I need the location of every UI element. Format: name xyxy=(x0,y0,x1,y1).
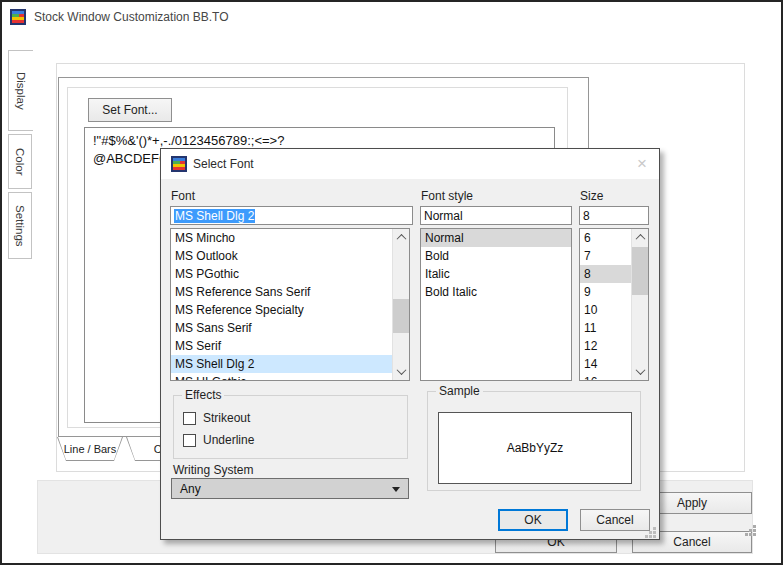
dialog-title: Select Font xyxy=(193,157,254,171)
size-input[interactable]: 8 xyxy=(579,206,649,225)
dialog-titlebar: Select Font × xyxy=(161,149,659,179)
size-input-value: 8 xyxy=(583,209,590,223)
font-style-input-value: Normal xyxy=(424,209,463,223)
size-list-item[interactable]: 9 xyxy=(580,283,631,301)
strikeout-checkbox[interactable] xyxy=(183,412,196,425)
scroll-up-icon[interactable] xyxy=(632,229,649,246)
tab-line-bars-label: Line / Bars xyxy=(58,437,122,460)
font-list-item[interactable]: MS Sans Serif xyxy=(171,319,392,337)
font-list-item[interactable]: MS Reference Specialty xyxy=(171,301,392,319)
font-list-item[interactable]: MS Mincho xyxy=(171,229,392,247)
dialog-icon xyxy=(171,156,187,172)
strikeout-label: Strikeout xyxy=(203,411,250,425)
sidebar-tab-settings[interactable]: Settings xyxy=(8,192,32,259)
font-style-list: Normal Bold Italic Bold Italic xyxy=(420,228,572,381)
dialog-ok-button[interactable]: OK xyxy=(498,509,568,531)
scroll-up-icon[interactable] xyxy=(393,229,410,246)
sample-text: AaBbYyZz xyxy=(507,441,564,455)
size-list-scrollbar[interactable] xyxy=(631,229,648,380)
font-style-label: Font style xyxy=(421,189,473,203)
tab-line-bars[interactable]: Line / Bars xyxy=(57,437,123,461)
font-name-input[interactable]: MS Shell Dlg 2 xyxy=(170,206,413,225)
size-list: 6 7 8 9 10 11 12 14 16 xyxy=(579,228,649,381)
app-icon xyxy=(10,9,26,25)
size-list-item[interactable]: 14 xyxy=(580,355,631,373)
writing-system-label: Writing System xyxy=(173,463,253,477)
font-list-item[interactable]: MS Outlook xyxy=(171,247,392,265)
size-list-item[interactable]: 11 xyxy=(580,319,631,337)
scrollbar-thumb[interactable] xyxy=(632,247,649,295)
font-list: MS Mincho MS Outlook MS PGothic MS Refer… xyxy=(170,228,410,381)
scroll-down-icon[interactable] xyxy=(393,363,410,380)
size-list-item-selected[interactable]: 8 xyxy=(580,265,631,283)
font-label: Font xyxy=(171,189,195,203)
size-list-item[interactable]: 10 xyxy=(580,301,631,319)
size-label: Size xyxy=(580,189,603,203)
font-list-item[interactable]: MS Serif xyxy=(171,337,392,355)
dialog-resize-grip[interactable] xyxy=(643,525,656,538)
writing-system-value: Any xyxy=(180,482,201,496)
scrollbar-thumb[interactable] xyxy=(393,299,410,333)
font-style-input[interactable]: Normal xyxy=(420,206,572,225)
font-list-scrollbar[interactable] xyxy=(392,229,409,380)
select-font-dialog: Select Font × Font MS Shell Dlg 2 MS Min… xyxy=(160,148,660,540)
titlebar: Stock Window Customization BB.TO xyxy=(2,2,781,32)
sample-preview-box: AaBbYyZz xyxy=(438,412,632,484)
font-style-item[interactable]: Italic xyxy=(421,265,571,283)
size-list-item[interactable]: 6 xyxy=(580,229,631,247)
effects-group: Effects Strikeout Underline xyxy=(173,395,408,459)
window-title: Stock Window Customization BB.TO xyxy=(34,10,229,24)
stock-window-customization-window: Stock Window Customization BB.TO Display… xyxy=(0,0,783,565)
set-font-button[interactable]: Set Font... xyxy=(88,98,172,122)
underline-label: Underline xyxy=(203,433,254,447)
size-list-item[interactable]: 12 xyxy=(580,337,631,355)
font-list-item[interactable]: MS UI Gothic xyxy=(171,373,392,381)
font-style-item[interactable]: Bold Italic xyxy=(421,283,571,301)
font-list-item-selected[interactable]: MS Shell Dlg 2 xyxy=(171,355,392,373)
close-icon[interactable]: × xyxy=(629,153,655,175)
font-list-item[interactable]: MS Reference Sans Serif xyxy=(171,283,392,301)
effects-label: Effects xyxy=(182,388,224,402)
writing-system-dropdown[interactable]: Any xyxy=(171,478,409,499)
dialog-cancel-button[interactable]: Cancel xyxy=(580,509,650,531)
sidebar-tab-color[interactable]: Color xyxy=(8,134,32,189)
font-style-item-selected[interactable]: Normal xyxy=(421,229,571,247)
underline-checkbox[interactable] xyxy=(183,434,196,447)
size-list-item[interactable]: 7 xyxy=(580,247,631,265)
sample-label: Sample xyxy=(436,384,483,398)
sidebar-tab-display[interactable]: Display xyxy=(8,50,33,131)
size-list-item[interactable]: 16 xyxy=(580,373,631,381)
font-name-input-value: MS Shell Dlg 2 xyxy=(174,209,255,223)
font-style-item[interactable]: Bold xyxy=(421,247,571,265)
scroll-down-icon[interactable] xyxy=(632,363,649,380)
sample-group: Sample AaBbYyZz xyxy=(427,391,641,491)
chevron-down-icon xyxy=(392,487,400,492)
font-list-item[interactable]: MS PGothic xyxy=(171,265,392,283)
window-resize-grip[interactable] xyxy=(743,523,756,536)
